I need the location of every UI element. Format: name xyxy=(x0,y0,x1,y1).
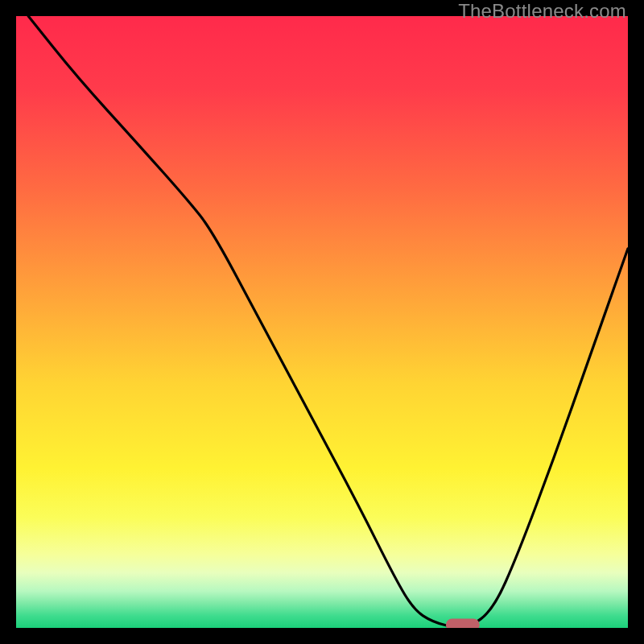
watermark-text: TheBottleneck.com xyxy=(458,0,626,23)
bottleneck-curve xyxy=(28,16,628,628)
chart-plot-layer xyxy=(16,16,628,628)
optimal-marker xyxy=(446,619,480,628)
chart-frame xyxy=(16,16,628,628)
